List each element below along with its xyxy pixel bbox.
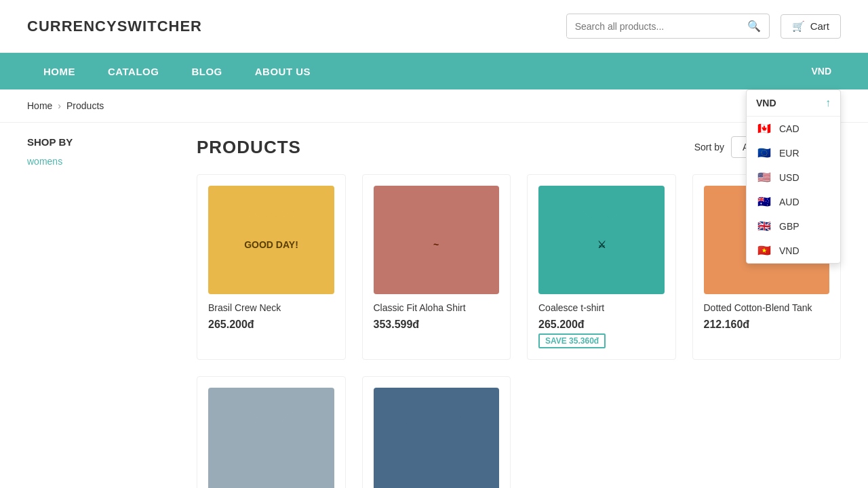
products-title: PRODUCTS — [197, 137, 301, 158]
currency-selected-label[interactable]: VND — [811, 53, 841, 89]
currency-code-usd: USD — [779, 172, 800, 183]
flag-gbp: 🇬🇧 — [756, 221, 772, 232]
sidebar-link-womens[interactable]: womens — [27, 156, 62, 167]
product-image: GOOD DAY! — [208, 186, 334, 294]
currency-code-gbp: GBP — [779, 221, 800, 232]
product-name: Coalesce t-shirt — [538, 302, 665, 313]
currency-code-aud: AUD — [779, 197, 800, 207]
product-price: 353.599đ — [374, 319, 500, 331]
currency-dropdown: VND ↑ 🇨🇦 CAD 🇪🇺 EUR 🇺🇸 USD 🇦🇺 AUD 🇬🇧 — [746, 89, 841, 264]
currency-code-cad: CAD — [779, 123, 800, 134]
svg-text:~: ~ — [433, 239, 439, 250]
svg-text:GOOD DAY!: GOOD DAY! — [244, 239, 298, 250]
nav-item-blog[interactable]: BLOG — [175, 54, 238, 89]
save-badge: SAVE 35.360đ — [538, 333, 606, 348]
product-price: 265.200đ — [208, 319, 334, 331]
product-price: 265.200đ — [538, 319, 665, 331]
flag-aud: 🇦🇺 — [756, 197, 772, 207]
sidebar-title: SHOP BY — [27, 136, 176, 148]
svg-text:⚔: ⚔ — [597, 239, 606, 250]
navigation: HOME CATALOG BLOG ABOUT US VND VND ↑ 🇨🇦 … — [0, 53, 868, 89]
breadcrumb-current: Products — [66, 100, 104, 111]
currency-selected-value: VND — [811, 66, 831, 77]
breadcrumb-separator: › — [58, 100, 61, 111]
product-card[interactable]: Grey Crew Neck 195.000đ — [197, 376, 346, 488]
sort-label: Sort by — [694, 142, 724, 152]
brand-name: CURRENCYSWITCHER — [27, 18, 202, 35]
product-card[interactable]: Navy Classic Tee 220.000đ — [362, 376, 511, 488]
currency-option-eur[interactable]: 🇪🇺 EUR — [747, 141, 840, 165]
currency-switcher[interactable]: VND VND ↑ 🇨🇦 CAD 🇪🇺 EUR 🇺🇸 USD 🇦🇺 — [811, 53, 841, 89]
currency-arrow-up-icon: ↑ — [825, 97, 831, 109]
sidebar: SHOP BY womens — [27, 136, 176, 488]
product-name: Classic Fit Aloha Shirt — [374, 302, 500, 313]
product-name: Brasil Crew Neck — [208, 302, 334, 313]
breadcrumb: Home › Products — [0, 89, 868, 123]
currency-vnd-top-label: VND — [756, 98, 776, 108]
products-header: PRODUCTS Sort by Alphabetically, A-Z Alp… — [197, 136, 841, 158]
flag-vnd: 🇻🇳 — [756, 245, 772, 256]
product-card[interactable]: ⚔ Coalesce t-shirt 265.200đ SAVE 35.360đ — [527, 174, 676, 360]
svg-marker-9 — [402, 411, 470, 472]
nav-item-catalog[interactable]: CATALOG — [92, 54, 175, 89]
nav-item-home[interactable]: HOME — [27, 54, 92, 89]
main-content: SHOP BY womens PRODUCTS Sort by Alphabet… — [0, 123, 868, 488]
search-bar: 🔍 — [566, 14, 770, 39]
product-card[interactable]: GOOD DAY! Brasil Crew Neck 265.200đ — [197, 174, 346, 360]
product-image — [374, 388, 500, 488]
currency-code-vnd: VND — [779, 245, 800, 256]
currency-code-eur: EUR — [779, 148, 800, 159]
cart-label: Cart — [810, 20, 829, 32]
product-grid: GOOD DAY! Brasil Crew Neck 265.200đ ~ Cl… — [197, 174, 841, 488]
product-price: 212.160đ — [704, 319, 830, 331]
currency-dropdown-header: VND ↑ — [747, 90, 840, 117]
product-image: ⚔ — [538, 186, 665, 294]
product-image — [208, 388, 334, 488]
breadcrumb-home[interactable]: Home — [27, 100, 52, 111]
flag-usd: 🇺🇸 — [756, 172, 772, 183]
header: CURRENCYSWITCHER 🔍 🛒 Cart — [0, 0, 868, 53]
cart-icon: 🛒 — [792, 20, 805, 33]
header-right: 🔍 🛒 Cart — [566, 14, 841, 39]
currency-option-gbp[interactable]: 🇬🇧 GBP — [747, 214, 840, 239]
svg-marker-8 — [237, 411, 305, 472]
currency-arrow-icon — [835, 65, 841, 77]
product-card[interactable]: ~ Classic Fit Aloha Shirt 353.599đ — [362, 174, 511, 360]
product-name: Dotted Cotton-Blend Tank — [704, 302, 830, 313]
currency-option-vnd[interactable]: 🇻🇳 VND — [747, 239, 840, 263]
products-area: PRODUCTS Sort by Alphabetically, A-Z Alp… — [197, 136, 841, 488]
currency-option-aud[interactable]: 🇦🇺 AUD — [747, 190, 840, 214]
flag-eur: 🇪🇺 — [756, 148, 772, 159]
search-button[interactable]: 🔍 — [739, 14, 769, 38]
currency-option-usd[interactable]: 🇺🇸 USD — [747, 165, 840, 190]
nav-item-about-us[interactable]: ABOUT US — [239, 54, 327, 89]
currency-option-cad[interactable]: 🇨🇦 CAD — [747, 117, 840, 141]
cart-button[interactable]: 🛒 Cart — [781, 14, 841, 39]
product-image: ~ — [374, 186, 500, 294]
flag-cad: 🇨🇦 — [756, 123, 772, 134]
search-input[interactable] — [567, 16, 739, 37]
